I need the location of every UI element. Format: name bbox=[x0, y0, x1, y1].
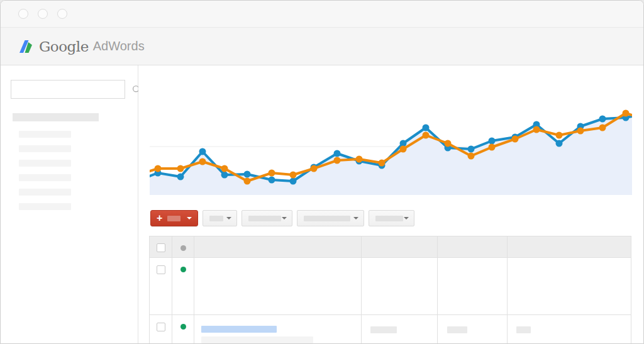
dropdown-label-placeholder bbox=[209, 216, 223, 221]
campaigns-table bbox=[149, 236, 631, 344]
sidebar bbox=[1, 65, 138, 344]
sidebar-item-1[interactable] bbox=[19, 131, 71, 138]
dropdown-3-button[interactable] bbox=[297, 210, 364, 226]
table-cell bbox=[362, 315, 438, 344]
window-control-2[interactable] bbox=[38, 9, 48, 19]
adwords-logo: Google AdWords bbox=[19, 28, 145, 65]
status-enabled-icon bbox=[180, 324, 186, 330]
table-cell bbox=[438, 315, 508, 344]
status-enabled-icon bbox=[180, 267, 186, 272]
row-checkbox[interactable] bbox=[157, 323, 165, 331]
sidebar-search-box bbox=[11, 80, 125, 99]
table-cell bbox=[438, 258, 508, 315]
caret-down-icon bbox=[353, 217, 358, 219]
campaign-link-placeholder[interactable] bbox=[201, 326, 277, 333]
status-column-icon bbox=[180, 245, 186, 251]
sidebar-section-header-placeholder bbox=[13, 113, 99, 121]
action-toolbar: + bbox=[150, 210, 643, 226]
performance-chart bbox=[150, 69, 632, 195]
caret-down-icon bbox=[187, 217, 192, 219]
plus-icon: + bbox=[157, 213, 162, 223]
performance-chart-svg bbox=[150, 69, 632, 195]
table-cell bbox=[194, 258, 362, 315]
column-header-placeholder bbox=[362, 236, 438, 258]
app-header: Google AdWords bbox=[1, 28, 643, 65]
main-content: + bbox=[138, 65, 643, 344]
column-header-placeholder bbox=[508, 236, 631, 258]
table-row bbox=[150, 315, 631, 344]
table-cell bbox=[508, 258, 631, 315]
table-header-row bbox=[150, 236, 631, 258]
add-campaign-button[interactable]: + bbox=[150, 210, 198, 226]
window-control-1[interactable] bbox=[18, 9, 28, 19]
dropdown-2-button[interactable] bbox=[242, 210, 292, 226]
dropdown-label-placeholder bbox=[248, 216, 281, 221]
window-control-3[interactable] bbox=[57, 9, 67, 19]
table-cell bbox=[194, 315, 362, 344]
caret-down-icon bbox=[226, 217, 231, 219]
cell-value-placeholder bbox=[447, 326, 467, 333]
logo-text-adwords: AdWords bbox=[93, 39, 145, 53]
column-header-placeholder bbox=[438, 236, 508, 258]
dropdown-4-button[interactable] bbox=[369, 210, 414, 226]
page-body: + bbox=[1, 65, 643, 344]
select-all-checkbox[interactable] bbox=[157, 243, 165, 252]
campaign-subtext-placeholder bbox=[201, 336, 313, 343]
cell-value-placeholder bbox=[516, 326, 531, 333]
column-header-placeholder bbox=[194, 236, 362, 258]
logo-text-google: Google bbox=[39, 38, 89, 55]
table-row bbox=[150, 258, 631, 315]
dropdown-label-placeholder bbox=[375, 216, 403, 221]
dropdown-1-button[interactable] bbox=[203, 210, 237, 226]
sidebar-item-list bbox=[19, 131, 71, 218]
browser-titlebar bbox=[1, 1, 643, 28]
sidebar-item-3[interactable] bbox=[19, 160, 71, 167]
sidebar-item-6[interactable] bbox=[19, 203, 71, 210]
adwords-logo-icon bbox=[19, 40, 33, 53]
sidebar-item-5[interactable] bbox=[19, 189, 71, 196]
cell-value-placeholder bbox=[370, 326, 397, 333]
search-input[interactable] bbox=[11, 80, 132, 98]
caret-down-icon bbox=[282, 217, 287, 219]
table-cell bbox=[362, 258, 438, 315]
caret-down-icon bbox=[404, 217, 409, 219]
sidebar-item-4[interactable] bbox=[19, 174, 71, 181]
dropdown-label-placeholder bbox=[304, 216, 350, 221]
table-cell bbox=[508, 315, 631, 344]
add-button-label-placeholder bbox=[167, 216, 180, 221]
row-checkbox[interactable] bbox=[157, 265, 165, 274]
sidebar-item-2[interactable] bbox=[19, 145, 71, 152]
browser-window: Google AdWords + bbox=[0, 0, 644, 344]
